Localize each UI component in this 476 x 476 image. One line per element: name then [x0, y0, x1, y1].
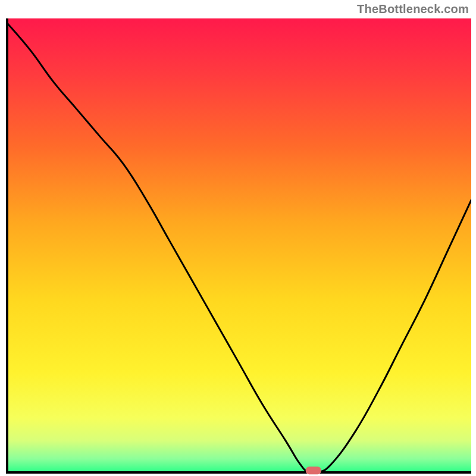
- watermark-text: TheBottleneck.com: [357, 2, 469, 16]
- optimal-marker: [306, 466, 321, 474]
- chart-container: TheBottleneck.com: [0, 0, 476, 476]
- gradient-background: [7, 18, 471, 472]
- bottleneck-chart: [0, 0, 476, 476]
